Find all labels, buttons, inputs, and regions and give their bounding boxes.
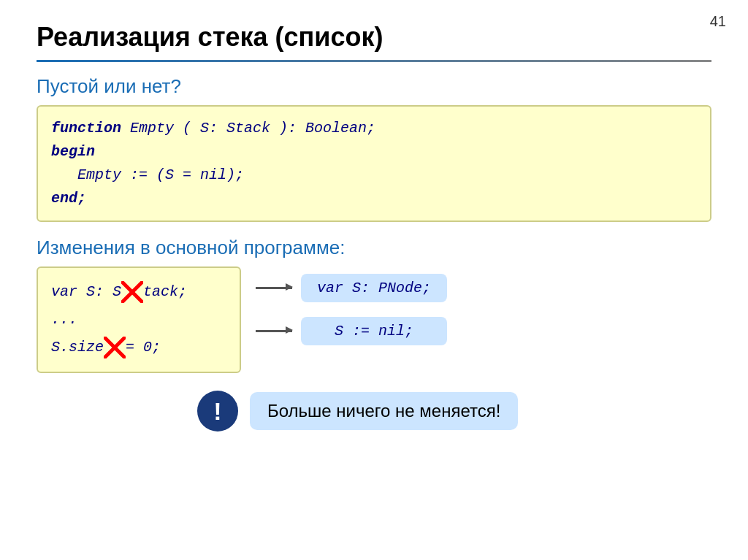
code-line-2: begin bbox=[51, 140, 697, 164]
right-replacements: var S: PNode; S := nil; bbox=[256, 266, 447, 345]
left-line-3: S.size = 0; bbox=[51, 334, 226, 361]
arrow-2 bbox=[256, 330, 292, 332]
code-line-3: Empty := (S = nil); bbox=[51, 164, 697, 187]
bottom-note: ! Больше ничего не меняется! bbox=[197, 391, 711, 431]
changes-layout: var S: S tack; ... S.size = 0; bbox=[37, 266, 711, 373]
code-line-1: function Empty ( S: Stack ): Boolean; bbox=[51, 117, 697, 140]
cross-icon-2 bbox=[104, 337, 126, 358]
left-line-1: var S: S tack; bbox=[51, 278, 226, 306]
left-code-block: var S: S tack; ... S.size = 0; bbox=[37, 266, 241, 373]
section1-heading: Пустой или нет? bbox=[37, 75, 711, 98]
slide-number: 41 bbox=[710, 13, 726, 30]
slide-title: Реализация стека (список) bbox=[37, 22, 711, 53]
code-line-4: end; bbox=[51, 187, 697, 210]
divider bbox=[37, 60, 711, 62]
section2: Изменения в основной программе: var S: S… bbox=[37, 237, 711, 373]
arrow-1 bbox=[256, 287, 292, 289]
replacement-2-row: S := nil; bbox=[256, 317, 447, 345]
exclamation-icon: ! bbox=[197, 391, 238, 431]
replacement-code-2: S := nil; bbox=[301, 317, 447, 345]
code-block-1: function Empty ( S: Stack ): Boolean; be… bbox=[37, 105, 711, 222]
replacement-code-1: var S: PNode; bbox=[301, 274, 447, 302]
note-text: Больше ничего не меняется! bbox=[250, 392, 518, 430]
section2-heading: Изменения в основной программе: bbox=[37, 237, 711, 259]
left-line-2: ... bbox=[51, 306, 226, 334]
replacement-1-row: var S: PNode; bbox=[256, 274, 447, 302]
slide: 41 Реализация стека (список) Пустой или … bbox=[0, 0, 748, 560]
cross-icon-1 bbox=[121, 281, 143, 303]
